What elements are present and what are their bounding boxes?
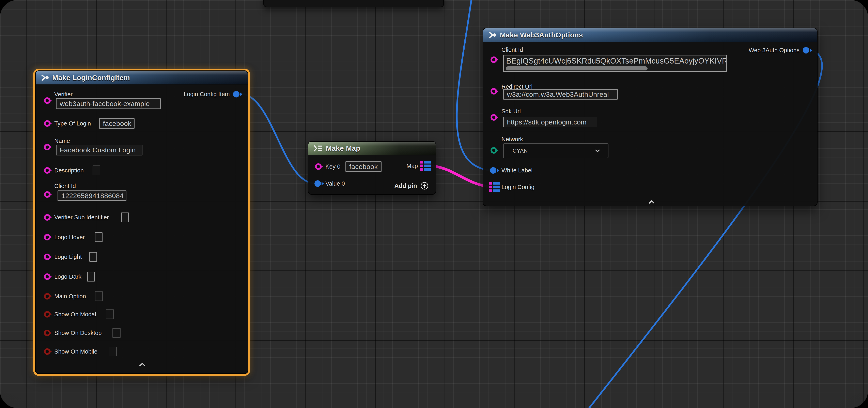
white-label-pin[interactable] [490, 167, 496, 174]
pin-label: Verifier [54, 91, 72, 98]
logo-light-pin[interactable] [44, 253, 51, 260]
pin-label: Show On Mobile [54, 348, 97, 355]
pin-label: Map [406, 163, 418, 169]
node-title: Make LoginConfigItem [52, 74, 130, 82]
pin-label: Client Id [501, 46, 523, 53]
pin-row-web3auth-options-out: Web 3Auth Options [749, 47, 809, 54]
verifier-sub-identifier-input[interactable] [121, 212, 129, 222]
client-id-text: BEglQSgt4cUWcj6SKRdu5QkOXTsePmMcusG5EAoy… [506, 57, 725, 65]
web3auth-options-output-pin[interactable] [803, 47, 809, 54]
pin-row-login-config-item-out: Login Config Item [184, 91, 240, 98]
node-make-web3authoptions[interactable]: Make Web3AuthOptions Web 3Auth Options C… [483, 28, 817, 206]
verifier-input[interactable] [56, 98, 161, 109]
type-of-login-input[interactable] [99, 118, 134, 129]
node-title: Make Map [326, 144, 360, 152]
pin-label: Sdk Url [501, 108, 521, 115]
pin-label: Value 0 [326, 180, 345, 187]
pin-label: Type Of Login [54, 120, 91, 127]
pin-label: Main Option [54, 293, 86, 300]
redirect-url-input[interactable] [503, 89, 618, 100]
chevron-down-icon [594, 149, 600, 152]
key0-pin[interactable] [315, 163, 321, 170]
name-pin[interactable] [44, 144, 51, 150]
pin-label: Description [54, 167, 84, 174]
show-on-mobile-checkbox[interactable] [108, 347, 117, 356]
value0-pin[interactable] [314, 180, 321, 187]
collapse-chevron-icon[interactable] [648, 200, 656, 204]
show-on-desktop-pin[interactable] [44, 330, 51, 336]
pin-label: Web 3Auth Options [749, 47, 800, 54]
logo-light-input[interactable] [89, 252, 97, 262]
pin-label: Login Config [501, 184, 534, 191]
main-option-pin[interactable] [44, 293, 51, 300]
client-id-pin[interactable] [44, 191, 51, 198]
wire-login-config-item-to-value0[interactable] [240, 94, 314, 183]
offscreen-node-partial[interactable] [264, 0, 444, 7]
pin-label: Logo Dark [54, 273, 82, 280]
node-make-loginconfigitem[interactable]: Make LoginConfigItem Login Config Item V… [35, 70, 248, 374]
logo-dark-input[interactable] [87, 272, 95, 281]
logo-dark-pin[interactable] [44, 273, 51, 280]
key0-input[interactable] [345, 161, 381, 172]
pin-label: White Label [501, 167, 532, 174]
main-option-checkbox[interactable] [95, 292, 103, 301]
verifier-sub-identifier-pin[interactable] [44, 214, 51, 220]
blueprint-graph-canvas[interactable]: Make LoginConfigItem Login Config Item V… [0, 0, 868, 408]
pin-label: Login Config Item [184, 91, 230, 98]
network-selected-value: CYAN [513, 148, 528, 154]
collapse-chevron-icon[interactable] [138, 362, 146, 367]
redirect-url-pin[interactable] [491, 88, 497, 95]
pin-label: Network [501, 136, 523, 143]
client-id-hscrollbar[interactable] [506, 66, 648, 70]
login-config-item-output-pin[interactable] [233, 91, 240, 97]
description-pin[interactable] [44, 167, 51, 174]
node-header-make-map[interactable]: Make Map [308, 142, 436, 156]
type-of-login-pin[interactable] [44, 120, 51, 127]
node-make-map[interactable]: Make Map Key 0 Map Value 0 Add pin [308, 141, 436, 195]
network-dropdown[interactable]: CYAN [503, 143, 609, 158]
logo-hover-input[interactable] [95, 232, 102, 242]
node-title: Make Web3AuthOptions [500, 31, 583, 39]
make-map-icon [313, 144, 322, 152]
show-on-desktop-checkbox[interactable] [113, 328, 121, 338]
node-header-make-web3authoptions[interactable]: Make Web3AuthOptions [483, 28, 817, 42]
make-struct-icon [488, 31, 497, 39]
show-on-modal-pin[interactable] [44, 311, 51, 317]
description-input[interactable] [93, 166, 100, 175]
verifier-pin[interactable] [44, 97, 51, 104]
show-on-modal-checkbox[interactable] [106, 309, 114, 319]
add-pin-label: Add pin [394, 182, 417, 189]
map-output-pin[interactable] [420, 161, 431, 171]
login-config-pin[interactable] [489, 182, 500, 192]
logo-hover-pin[interactable] [44, 234, 51, 240]
pin-label: Logo Light [54, 253, 82, 260]
client-id-input[interactable]: BEglQSgt4cUWcj6SKRdu5QkOXTsePmMcusG5EAoy… [503, 55, 727, 72]
pin-label: Logo Hover [54, 234, 85, 241]
sdk-url-pin[interactable] [491, 114, 497, 121]
name-input[interactable] [56, 145, 143, 156]
add-pin-icon [420, 181, 429, 190]
pin-label: Show On Desktop [54, 330, 102, 336]
sdk-url-input[interactable] [503, 117, 597, 127]
client-id-pin[interactable] [491, 57, 497, 63]
pin-label: Verifier Sub Identifier [54, 214, 109, 221]
make-struct-icon [40, 74, 49, 81]
show-on-mobile-pin[interactable] [44, 348, 51, 355]
client-id-input[interactable] [58, 191, 126, 201]
add-pin-button[interactable]: Add pin [394, 181, 429, 190]
node-header-make-loginconfigitem[interactable]: Make LoginConfigItem [36, 71, 248, 85]
pin-label: Key 0 [326, 163, 340, 170]
network-pin[interactable] [491, 147, 497, 154]
pin-label: Show On Modal [54, 311, 96, 318]
pin-label: Name [54, 138, 70, 144]
pin-label: Client Id [54, 183, 76, 190]
